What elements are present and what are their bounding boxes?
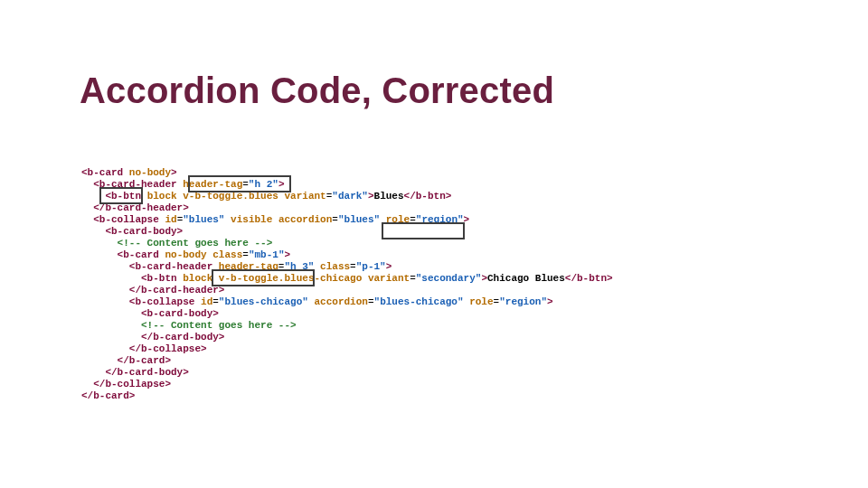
code-token-attr: class [212, 249, 242, 260]
slide: Accordion Code, Corrected <b-card no-bod… [0, 0, 868, 488]
code-token-tag: </b-card-header> [129, 285, 225, 296]
code-token-attr: visible [231, 214, 272, 225]
code-token-tag: </b-collapse> [129, 343, 207, 354]
code-line: </b-card> [81, 355, 171, 366]
code-line: <b-card-header header-tag="h 3" class="p… [81, 261, 392, 272]
code-token-attr: id [201, 296, 212, 307]
code-token-val: "h 3" [284, 261, 314, 272]
code-token-tag: <b-card [81, 167, 123, 178]
code-token-attr: id [165, 214, 176, 225]
code-token-attr: header-tag [183, 179, 242, 190]
code-token-tag: </b-btn> [565, 273, 613, 284]
code-token-tag: > [285, 249, 291, 260]
code-token-val: "blues" [338, 214, 380, 225]
code-token-tag: <b-collapse [93, 214, 159, 225]
code-token-punct [123, 167, 129, 178]
code-token-tag: <b-card-body> [141, 308, 219, 319]
code-token-tag: <b-card-body> [105, 226, 183, 237]
code-token-tag: > [547, 296, 553, 307]
code-block: <b-card no-body> <b-card-header header-t… [81, 167, 805, 402]
code-token-attr: block [183, 273, 212, 284]
code-token-val: "blues-chicago" [219, 296, 308, 307]
code-token-punct: = [410, 214, 416, 225]
code-token-tag: </b-card> [81, 390, 135, 401]
code-token-tag: > [368, 191, 374, 202]
code-token-attr: variant [285, 191, 326, 202]
code-token-val: "p-1" [356, 261, 386, 272]
code-token-punct: = [212, 296, 219, 307]
code-token-attr: variant [368, 273, 410, 284]
code-token-val: "secondary" [416, 273, 482, 284]
code-token-val: "blues" [183, 214, 224, 225]
code-token-punct: = [332, 214, 338, 225]
code-token-punct [212, 261, 219, 272]
code-example: <b-card no-body> <b-card-header header-t… [81, 167, 805, 402]
code-token-punct: = [350, 261, 356, 272]
code-token-text: Blues [374, 191, 404, 202]
code-token-tag: <b-btn [105, 191, 141, 202]
slide-title: Accordion Code, Corrected [80, 70, 554, 111]
code-token-tag: <b-card-header [93, 179, 176, 190]
code-line: </b-collapse> [81, 379, 171, 389]
code-token-punct [308, 296, 315, 307]
code-line: </b-card-body> [81, 367, 189, 378]
code-token-tag: </b-card-body> [141, 332, 224, 343]
code-token-punct [141, 191, 147, 202]
code-token-tag: > [386, 261, 392, 272]
code-token-tag: > [278, 179, 285, 190]
code-token-tag: <b-btn [141, 273, 177, 284]
code-token-attr: accordion [278, 214, 332, 225]
code-token-com: <!-- Content goes here --> [118, 238, 273, 249]
code-token-tag: <b-card [118, 249, 159, 260]
code-line: <b-card no-body> [81, 167, 177, 178]
code-token-attr: block [147, 191, 177, 202]
code-token-val: "region" [416, 214, 464, 225]
code-token-punct [212, 273, 219, 284]
code-token-val: "blues-chicago" [374, 296, 464, 307]
code-token-com: <!-- Content goes here --> [141, 320, 297, 331]
code-token-punct [362, 273, 368, 284]
code-token-punct: = [242, 179, 249, 190]
code-token-tag: > [481, 273, 487, 284]
code-token-punct: = [410, 273, 416, 284]
code-token-attr: accordion [315, 296, 368, 307]
code-token-tag: </b-card-body> [105, 367, 188, 378]
code-line: </b-card-body> [81, 332, 224, 343]
code-token-attr: role [469, 296, 493, 307]
code-line: <b-card-header header-tag="h 2"> [81, 179, 284, 190]
code-line: </b-card-header> [81, 285, 224, 296]
code-token-attr: blues-chicago [284, 273, 362, 284]
code-token-tag: > [171, 167, 177, 178]
code-token-attr: role [386, 214, 410, 225]
code-token-val: "dark" [332, 191, 368, 202]
code-line: <b-btn block v-b-toggle.blues variant="d… [81, 191, 451, 202]
code-line: <b-card no-body class="mb-1"> [81, 249, 290, 260]
code-token-tag: </b-card> [118, 355, 171, 366]
code-token-val: "mb-1" [249, 249, 285, 260]
code-token-attr: no-body [129, 167, 171, 178]
code-token-attr: class [320, 261, 350, 272]
code-token-punct [380, 214, 386, 225]
code-line: <b-collapse id="blues" visible accordion… [81, 214, 469, 225]
code-line: <b-card-body> [81, 308, 219, 319]
code-token-tag: <b-card-header [129, 261, 212, 272]
code-token-punct: = [368, 296, 374, 307]
code-line: </b-collapse> [81, 343, 207, 354]
code-token-val: "region" [499, 296, 547, 307]
code-line: <b-card-body> [81, 226, 183, 237]
code-line: <!-- Content goes here --> [81, 238, 272, 249]
code-token-punct: = [242, 249, 249, 260]
code-line: <b-collapse id="blues-chicago" accordion… [81, 296, 553, 307]
code-line: </b-card-header> [81, 202, 189, 213]
code-token-punct [272, 214, 278, 225]
code-token-val: "h 2" [249, 179, 278, 190]
code-line: </b-card> [81, 390, 135, 401]
code-token-tag: </b-btn> [404, 191, 452, 202]
code-token-attr: header-tag [219, 261, 278, 272]
code-token-attr: blues [249, 191, 278, 202]
code-token-text: Chicago Blues [487, 273, 565, 284]
code-token-punct [278, 191, 285, 202]
code-line: <!-- Content goes here --> [81, 320, 297, 331]
code-token-attr: v-b-toggle. [183, 191, 249, 202]
code-token-tag: <b-collapse [129, 296, 195, 307]
